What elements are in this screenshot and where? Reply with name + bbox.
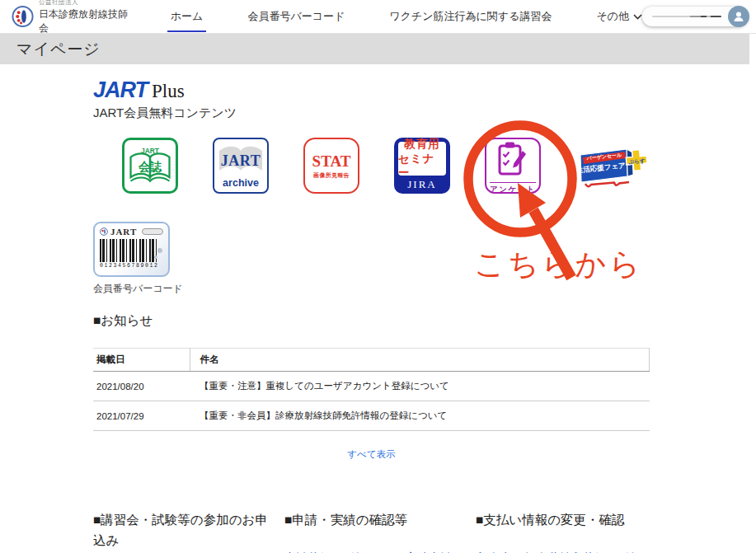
jart-plus-subtitle: JART会員無料コンテンツ: [93, 105, 756, 121]
nav-item-vaccine-course[interactable]: ワクチン筋注行為に関する講習会: [389, 9, 552, 24]
jart-plus-logo-jart: JART: [93, 77, 148, 103]
tile-stat-report[interactable]: STAT 画像所見報告: [303, 138, 359, 194]
main-nav: ホーム 会員番号バーコード ワクチン筋注行為に関する講習会 その他: [171, 9, 642, 24]
user-avatar-icon: [728, 6, 749, 27]
notices-header-row: 掲載日 件名: [93, 349, 650, 372]
member-barcode-label: 会員番号バーコード: [93, 282, 756, 296]
barcode-jart-label: JART: [110, 227, 137, 237]
section-payment: ■支払い情報の変更・確認 入会金・年会費納入状況を確認する: [476, 510, 667, 553]
seminar-label-panel: 教育用 セミナー: [398, 142, 446, 176]
notices-table: 掲載日 件名 2021/08/20 【重要・注意】重複してのユーザアカウント登録…: [93, 348, 650, 431]
section-applications-heading: ■申請・実績の確認等: [284, 510, 463, 531]
page-title-bar: マイページ: [0, 34, 749, 64]
user-chip[interactable]: [642, 7, 748, 26]
stat-label: STAT: [312, 152, 351, 171]
member-barcode-block: JART 0123456789012 会員番号バーコード: [93, 222, 756, 296]
seminar-line2: セミナー: [398, 152, 446, 180]
barcode-bars: [100, 239, 157, 262]
jart-journal-icon: JART 会誌: [124, 140, 176, 191]
nav-item-other-label: その他: [596, 9, 629, 24]
archive-jart-label: JART: [214, 152, 267, 170]
jart-plus-logo-plus: Plus: [152, 81, 185, 102]
show-all-wrapper: すべて表示: [93, 446, 650, 461]
survey-clipboard-icon: [486, 139, 538, 179]
section-applications-link[interactable]: 申請状況を確認する（実績申請以外）: [284, 549, 463, 553]
seminar-line1: 教育用: [404, 137, 440, 152]
fair-truck-icon: バーゲンセール 生活応援フェアー ぷらす: [575, 142, 648, 190]
tile-survey[interactable]: アンケート: [485, 138, 541, 194]
section-payment-link[interactable]: 入会金・年会費納入状況を確認する: [476, 549, 654, 553]
bottom-sections: ■講習会・試験等の参加のお申込み ワクチン筋注に関する講習会 ■申請・実績の確認…: [93, 510, 670, 553]
archive-label: archive: [214, 177, 267, 189]
barcode-badge: [142, 228, 163, 235]
barcode-deco-dot: [154, 255, 157, 259]
org-emblem-icon: [12, 5, 34, 28]
column-header-subject: 件名: [190, 349, 650, 372]
svg-text:会誌: 会誌: [138, 160, 162, 173]
main-content: JART Plus JART会員無料コンテンツ JART 会誌: [0, 64, 756, 553]
notice-row[interactable]: 2021/07/29 【重要・非会員】診療放射線技師免許情報の登録について: [93, 401, 650, 431]
org-name-label: 日本診療放射線技師会: [39, 7, 134, 35]
notice-date: 2021/07/29: [93, 401, 190, 431]
section-applications: ■申請・実績の確認等 申請状況を確認する（実績申請以外）: [284, 510, 476, 553]
jart-plus-logo: JART Plus: [93, 77, 756, 104]
org-name-block: 公益社団法人 日本診療放射線技師会: [39, 0, 134, 35]
tile-jart-journal[interactable]: JART 会誌: [122, 138, 178, 194]
stat-sub-label: 画像所見報告: [313, 171, 350, 180]
barcode-deco-dot: [157, 248, 162, 253]
org-logo[interactable]: 公益社団法人 日本診療放射線技師会: [12, 0, 134, 35]
nav-item-home[interactable]: ホーム: [171, 9, 204, 24]
notice-row[interactable]: 2021/08/20 【重要・注意】重複してのユーザアカウント登録について: [93, 372, 650, 401]
barcode-digits: 0123456789012: [100, 263, 163, 269]
barcode-emblem-icon: [100, 227, 108, 236]
chevron-down-icon: [633, 14, 642, 20]
mypage-screen: 公益社団法人 日本診療放射線技師会 ホーム 会員番号バーコード ワクチン筋注行為…: [0, 0, 756, 553]
section-payment-heading: ■支払い情報の変更・確認: [476, 510, 654, 531]
nav-item-member-barcode[interactable]: 会員番号バーコード: [247, 9, 345, 24]
notice-date: 2021/08/20: [93, 372, 190, 401]
show-all-link[interactable]: すべて表示: [347, 449, 395, 459]
section-courses-heading: ■講習会・試験等の参加のお申込み: [93, 510, 271, 551]
notice-subject[interactable]: 【重要・注意】重複してのユーザアカウント登録について: [190, 372, 650, 401]
notice-subject[interactable]: 【重要・非会員】診療放射線技師免許情報の登録について: [190, 401, 650, 431]
survey-label: アンケート: [490, 182, 536, 194]
tile-fair-plus[interactable]: バーゲンセール 生活応援フェアー ぷらす: [575, 142, 648, 190]
top-navigation-bar: 公益社団法人 日本診療放射線技師会 ホーム 会員番号バーコード ワクチン筋注行為…: [0, 0, 756, 34]
nav-item-other[interactable]: その他: [596, 9, 642, 24]
tile-education-seminar[interactable]: 教育用 セミナー JIRA: [394, 138, 450, 194]
content-tile-row: JART 会誌 JART archive STAT 画像所見報告: [122, 138, 756, 194]
org-type-label: 公益社団法人: [39, 0, 134, 7]
page-title: マイページ: [16, 39, 101, 60]
barcode-card-header: JART: [100, 227, 163, 237]
tile-jart-archive[interactable]: JART archive: [213, 138, 269, 194]
notices-heading: ■お知らせ: [93, 312, 756, 330]
member-barcode-card[interactable]: JART 0123456789012: [93, 222, 170, 277]
section-courses: ■講習会・試験等の参加のお申込み ワクチン筋注に関する講習会: [93, 510, 284, 553]
user-name-redacted: [652, 16, 721, 17]
column-header-date: 掲載日: [93, 349, 190, 372]
